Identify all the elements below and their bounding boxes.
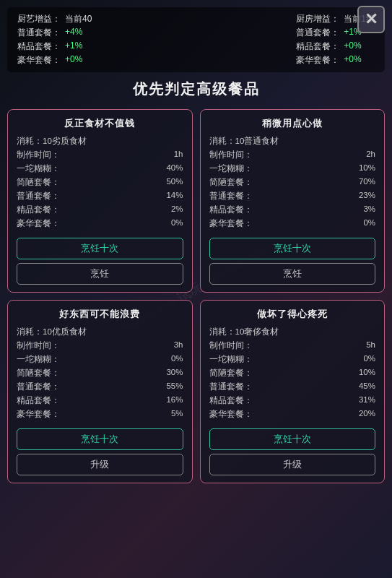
card4-stat-time: 制作时间： 5h	[209, 340, 376, 351]
main-container: ✕ 厨艺增益： 当前40 普通套餐： +4% 精品套餐： +1% 豪华套餐： +…	[0, 0, 392, 578]
card2-cook-button[interactable]: 烹饪	[209, 263, 376, 285]
card2-cook10-button[interactable]: 烹饪十次	[209, 238, 376, 259]
card4-stat-simple: 简陋套餐： 10%	[209, 368, 376, 379]
card3-stat-normal: 普通套餐： 55%	[17, 381, 183, 392]
card2-stat-premium: 精品套餐： 3%	[209, 204, 376, 215]
stats-left-col: 厨艺增益： 当前40 普通套餐： +4% 精品套餐： +1% 豪华套餐： +0%	[17, 13, 92, 66]
stats-left-row3: 豪华套餐： +0%	[17, 54, 92, 66]
card4-stat-premium: 精品套餐： 31%	[209, 395, 376, 406]
card4-title: 做坏了得心疼死	[209, 308, 376, 321]
kitchen-bonus-label: 厨房增益：	[296, 13, 339, 25]
card3-upgrade-button[interactable]: 升级	[17, 454, 183, 475]
card4-buttons: 烹饪十次 升级	[209, 428, 376, 475]
card3-cook10-button[interactable]: 烹饪十次	[17, 428, 183, 450]
luxury-meal-value-l: +0%	[65, 54, 82, 66]
kitchen-skill-label: 厨艺增益：	[17, 13, 61, 25]
card1-stat-ingredient: 消耗：10劣质食材	[17, 136, 183, 147]
normal-meal-label-l: 普通套餐：	[17, 27, 61, 39]
premium-meal-label-l: 精品套餐：	[17, 40, 61, 53]
page-title: 优先判定高级餐品	[7, 79, 385, 99]
card3-stat-slop: 一坨糊糊： 0%	[17, 354, 183, 365]
card4-cook10-button[interactable]: 烹饪十次	[209, 428, 376, 450]
card1-stat-slop: 一坨糊糊： 40%	[17, 163, 183, 174]
card3-stat-ingredient: 消耗：10优质食材	[17, 327, 183, 337]
card2-stat-slop: 一坨糊糊： 10%	[209, 163, 376, 174]
recipe-card-1: 反正食材不值钱 消耗：10劣质食材 制作时间： 1h 一坨糊糊： 40% 简陋套…	[7, 109, 193, 293]
stats-left-title: 厨艺增益： 当前40	[17, 13, 92, 25]
card3-title: 好东西可不能浪费	[17, 308, 183, 321]
card1-cook10-button[interactable]: 烹饪十次	[17, 238, 183, 259]
close-button[interactable]: ✕	[357, 6, 385, 33]
card2-stat-simple: 简陋套餐： 70%	[209, 177, 376, 188]
card1-stat-normal: 普通套餐： 14%	[17, 191, 183, 202]
luxury-meal-label-r: 豪华套餐：	[296, 54, 339, 66]
card2-title: 稍微用点心做	[209, 117, 376, 130]
cards-grid: 反正食材不值钱 消耗：10劣质食材 制作时间： 1h 一坨糊糊： 40% 简陋套…	[7, 109, 385, 483]
card1-stat-simple: 简陋套餐： 50%	[17, 177, 183, 188]
card4-upgrade-button[interactable]: 升级	[209, 454, 376, 475]
recipe-card-4: 做坏了得心疼死 消耗：10奢侈食材 制作时间： 5h 一坨糊糊： 0% 简陋套餐…	[200, 300, 386, 483]
card2-stat-ingredient: 消耗：10普通食材	[209, 136, 376, 147]
card4-stat-normal: 普通套餐： 45%	[209, 381, 376, 392]
card1-stat-premium: 精品套餐： 2%	[17, 204, 183, 215]
luxury-meal-value-r: +0%	[344, 54, 361, 66]
stats-left-row1: 普通套餐： +4%	[17, 27, 92, 39]
card1-cook-button[interactable]: 烹饪	[17, 263, 183, 285]
card2-stat-luxury: 豪华套餐： 0%	[209, 218, 376, 229]
card3-buttons: 烹饪十次 升级	[17, 428, 183, 475]
card4-stat-ingredient: 消耗：10奢侈食材	[209, 327, 376, 337]
kitchen-skill-value: 当前40	[65, 13, 92, 25]
stats-left-row2: 精品套餐： +1%	[17, 40, 92, 53]
premium-meal-value-r: +0%	[344, 40, 361, 53]
recipe-card-3: 好东西可不能浪费 消耗：10优质食材 制作时间： 3h 一坨糊糊： 0% 简陋套…	[7, 300, 193, 483]
stats-right-row3: 豪华套餐： +0%	[296, 54, 375, 66]
premium-meal-label-r: 精品套餐：	[296, 40, 339, 53]
card3-stat-time: 制作时间： 3h	[17, 340, 183, 351]
card1-stat-time: 制作时间： 1h	[17, 150, 183, 160]
card3-stat-simple: 简陋套餐： 30%	[17, 368, 183, 379]
normal-meal-label-r: 普通套餐：	[296, 27, 339, 39]
card1-title: 反正食材不值钱	[17, 117, 183, 130]
stats-right-row2: 精品套餐： +0%	[296, 40, 375, 53]
card1-stat-luxury: 豪华套餐： 0%	[17, 218, 183, 229]
card2-buttons: 烹饪十次 烹饪	[209, 238, 376, 285]
normal-meal-value-l: +4%	[65, 27, 82, 39]
recipe-card-2: 稍微用点心做 消耗：10普通食材 制作时间： 2h 一坨糊糊： 10% 简陋套餐…	[200, 109, 386, 293]
luxury-meal-label-l: 豪华套餐：	[17, 54, 61, 66]
card4-stat-luxury: 豪华套餐： 20%	[209, 409, 376, 420]
card3-stat-luxury: 豪华套餐： 5%	[17, 409, 183, 420]
premium-meal-value-l: +1%	[65, 40, 82, 53]
card3-stat-premium: 精品套餐： 16%	[17, 395, 183, 406]
card2-stat-normal: 普通套餐： 23%	[209, 191, 376, 202]
card2-stat-time: 制作时间： 2h	[209, 150, 376, 160]
card1-buttons: 烹饪十次 烹饪	[17, 238, 183, 285]
card4-stat-slop: 一坨糊糊： 0%	[209, 354, 376, 365]
stats-bar: 厨艺增益： 当前40 普通套餐： +4% 精品套餐： +1% 豪华套餐： +0%…	[7, 7, 385, 72]
